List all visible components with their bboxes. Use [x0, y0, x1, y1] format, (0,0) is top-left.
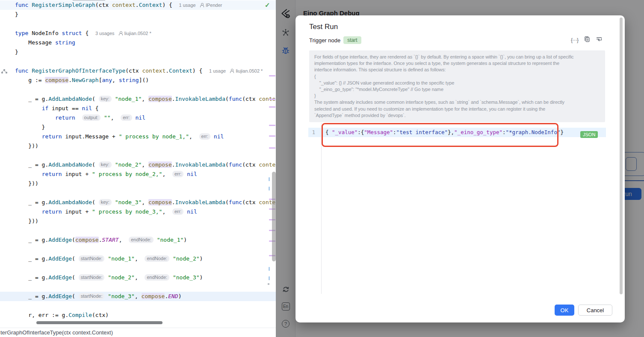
breadcrumb[interactable]: terGraphOfInterfaceType(ctx context.Cont… — [0, 328, 276, 337]
code-line — [0, 301, 276, 311]
change-marker — [269, 125, 275, 126]
code-line: return input + " process by node_3,", er… — [0, 207, 276, 217]
code-line: return output: "", err: nil — [0, 113, 276, 123]
change-marker — [269, 276, 270, 280]
code-line: _ = g.AddEdge( startNode: "node_2", endN… — [0, 273, 276, 282]
code-line — [0, 57, 276, 66]
code-line: } — [0, 123, 276, 132]
json-highlight-box — [322, 123, 558, 147]
code-line — [0, 19, 276, 29]
author-icon — [230, 69, 234, 73]
code-line: _ = g.AddEdge(compose.START, endNode: "n… — [0, 235, 276, 245]
change-marker — [269, 187, 270, 190]
code-line: if input == nil { — [0, 104, 276, 113]
code-line: })) — [0, 217, 276, 226]
cancel-button[interactable]: Cancel — [578, 305, 612, 316]
braces-icon[interactable]: {⋯} — [571, 37, 578, 43]
code-line — [0, 188, 276, 198]
code-line: } — [0, 47, 276, 57]
code-line — [0, 226, 276, 235]
code-line: type NodeInfo struct { 3 usages liujian.… — [0, 29, 276, 38]
code-line — [0, 151, 276, 160]
code-line: })) — [0, 179, 276, 188]
change-marker — [269, 106, 275, 108]
trigger-node-badge[interactable]: start — [343, 36, 361, 44]
json-line-number: 1 — [307, 128, 315, 137]
code-line: } — [0, 10, 276, 19]
change-marker — [269, 267, 270, 271]
code-line: func RegisterSimpleGraph(ctx context.Con… — [0, 0, 276, 10]
trigger-node-label: Trigger node — [309, 37, 340, 44]
copy-icon[interactable] — [584, 36, 590, 44]
code-lines[interactable]: func RegisterSimpleGraph(ctx context.Con… — [0, 0, 276, 320]
change-marker — [269, 99, 275, 100]
test-run-dialog: Test Run Trigger node start {⋯} — [295, 15, 625, 322]
code-line: return input + " process by node_2,", er… — [0, 170, 276, 179]
ok-button[interactable]: OK — [555, 305, 574, 316]
code-line — [0, 282, 276, 292]
graph-gutter-icon[interactable] — [1, 68, 7, 76]
change-marker — [269, 135, 275, 137]
code-line — [0, 245, 276, 254]
code-line — [0, 264, 276, 273]
code-line: _ = g.AddLambdaNode( key: "node_3", comp… — [0, 198, 276, 207]
code-line: _ = g.AddLambdaNode( key: "node_1", comp… — [0, 94, 276, 104]
code-editor[interactable]: func RegisterSimpleGraph(ctx context.Con… — [0, 0, 276, 337]
code-line: func RegisterGraphOfInterfaceType(ctx co… — [0, 66, 276, 76]
code-line: _ = g.AddEdge( startNode: "node_1", endN… — [0, 254, 276, 264]
change-marker — [269, 177, 270, 181]
code-line — [0, 85, 276, 94]
author-icon — [119, 31, 123, 35]
eino-debug-panel: En ? Eino Graph Debug Run Test Run Trigg… — [276, 0, 644, 337]
breadcrumb-label: terGraphOfInterfaceType(ctx context.Cont… — [0, 329, 113, 336]
editor-vertical-scrollbar[interactable] — [272, 172, 276, 261]
change-marker — [269, 147, 275, 149]
code-line: g := compose.NewGraph[any, string]() — [0, 76, 276, 85]
format-icon[interactable] — [596, 36, 603, 44]
change-marker — [268, 283, 269, 285]
json-language-badge: JSON — [580, 131, 598, 138]
code-line: })) — [0, 141, 276, 151]
json-gutter-divider — [321, 123, 322, 294]
code-line: r, err := g.Compile(ctx) — [0, 311, 276, 320]
editor-horizontal-scrollbar[interactable] — [36, 321, 162, 324]
dialog-title: Test Run — [309, 23, 338, 31]
code-line: _ = g.AddLambdaNode( key: "node_2", comp… — [0, 160, 276, 170]
interface-help-box: For fields of type interface, they are r… — [309, 50, 605, 122]
change-marker — [269, 75, 275, 76]
code-line: _ = g.AddEdge( startNode: "node_3", comp… — [0, 292, 276, 301]
dialog-scrollbar[interactable] — [620, 18, 623, 294]
code-line: Message string — [0, 38, 276, 47]
interface-help-text: For fields of type interface, they are r… — [314, 54, 600, 119]
code-line: return input.Message + " process by node… — [0, 132, 276, 141]
inspection-ok-icon[interactable]: ✓ — [265, 1, 270, 9]
author-icon — [200, 3, 204, 7]
